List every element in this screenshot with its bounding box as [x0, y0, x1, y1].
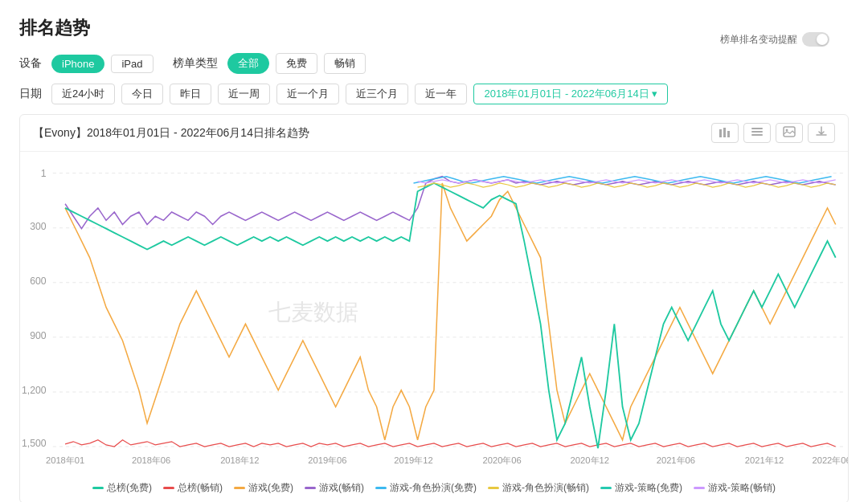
date-3months[interactable]: 近三个月 — [346, 84, 408, 104]
legend-item: 游戏(畅销) — [305, 481, 364, 495]
svg-text:2021年06: 2021年06 — [657, 455, 695, 465]
toggle-switch[interactable] — [802, 32, 829, 47]
legend-label: 游戏-角色扮演(畅销) — [502, 481, 589, 495]
svg-text:2020年06: 2020年06 — [482, 455, 521, 465]
svg-rect-4 — [751, 131, 763, 133]
legend-label: 游戏(免费) — [248, 481, 293, 495]
device-row: 设备 iPhone iPad 榜单类型 全部 免费 畅销 — [19, 53, 849, 74]
legend-item: 游戏-策略(畅销) — [694, 481, 776, 495]
svg-rect-2 — [727, 131, 730, 137]
svg-text:1,200: 1,200 — [22, 385, 47, 396]
svg-text:2018年06: 2018年06 — [132, 455, 170, 465]
legend-item: 游戏-角色扮演(畅销) — [488, 481, 589, 495]
date-yesterday[interactable]: 昨日 — [170, 84, 211, 104]
date-year[interactable]: 近一年 — [415, 84, 467, 104]
svg-point-7 — [786, 129, 788, 132]
legend-item: 游戏-角色扮演(免费) — [375, 481, 477, 495]
svg-rect-3 — [751, 128, 763, 129]
svg-rect-1 — [723, 128, 726, 137]
device-iphone[interactable]: iPhone — [51, 55, 104, 73]
legend-item: 总榜(免费) — [92, 481, 152, 495]
date-24h[interactable]: 近24小时 — [51, 84, 115, 104]
device-ipad[interactable]: iPad — [111, 55, 153, 73]
legend-label: 游戏-角色扮演(免费) — [390, 481, 477, 495]
svg-text:1: 1 — [41, 168, 47, 179]
svg-text:2022年06: 2022年06 — [812, 455, 848, 465]
svg-text:2020年12: 2020年12 — [571, 455, 609, 465]
chart-type-all[interactable]: 全部 — [227, 53, 269, 74]
chart-type-free[interactable]: 免费 — [276, 53, 317, 74]
legend-label: 游戏-策略(畅销) — [708, 481, 776, 495]
svg-text:300: 300 — [30, 221, 47, 232]
svg-text:900: 900 — [30, 330, 47, 341]
legend-color — [375, 487, 387, 489]
svg-text:2019年06: 2019年06 — [308, 455, 346, 465]
svg-rect-5 — [751, 134, 763, 136]
legend-color — [694, 487, 705, 489]
image-icon[interactable] — [776, 123, 803, 143]
date-month[interactable]: 近一个月 — [276, 84, 339, 104]
svg-text:1,500: 1,500 — [22, 438, 47, 449]
legend: 总榜(免费)总榜(畅销)游戏(免费)游戏(畅销)游戏-角色扮演(免费)游戏-角色… — [20, 473, 848, 502]
list-icon[interactable] — [743, 123, 771, 143]
toggle-label: 榜单排名变动提醒 — [720, 33, 797, 47]
date-range-picker[interactable]: 2018年01月01日 - 2022年06月14日 ▾ — [473, 84, 668, 104]
legend-item: 游戏(免费) — [234, 481, 293, 495]
device-label: 设备 — [19, 56, 42, 71]
date-today[interactable]: 今日 — [121, 84, 163, 104]
date-row: 日期 近24小时 今日 昨日 近一周 近一个月 近三个月 近一年 2018年01… — [19, 84, 849, 104]
legend-label: 游戏(畅销) — [319, 481, 364, 495]
svg-text:2018年01: 2018年01 — [46, 455, 84, 465]
chart-title: 【Evony】2018年01月01日 - 2022年06月14日排名趋势 — [33, 126, 309, 141]
legend-label: 游戏-策略(免费) — [615, 481, 682, 495]
svg-text:600: 600 — [30, 275, 47, 287]
legend-label: 总榜(免费) — [107, 481, 152, 495]
legend-color — [92, 487, 104, 489]
legend-label: 总榜(畅销) — [178, 481, 223, 495]
date-label: 日期 — [19, 87, 42, 101]
legend-color — [600, 487, 612, 489]
chart-actions — [711, 123, 835, 143]
date-week[interactable]: 近一周 — [218, 84, 270, 104]
legend-color — [163, 487, 174, 489]
svg-rect-0 — [719, 129, 722, 137]
legend-color — [488, 487, 499, 489]
chart-header: 【Evony】2018年01月01日 - 2022年06月14日排名趋势 — [20, 115, 848, 152]
toggle-knob — [817, 34, 828, 45]
legend-item: 总榜(畅销) — [163, 481, 223, 495]
chart-type-paid[interactable]: 畅销 — [324, 53, 366, 74]
download-icon[interactable] — [808, 123, 835, 143]
legend-color — [305, 487, 316, 489]
bar-chart-icon[interactable] — [711, 123, 739, 143]
chart-body: 1 300 600 900 1,200 1,500 2018年01 2018年0… — [20, 152, 848, 473]
chart-svg: 1 300 600 900 1,200 1,500 2018年01 2018年0… — [20, 158, 848, 473]
svg-text:2019年12: 2019年12 — [394, 455, 432, 465]
svg-text:2018年12: 2018年12 — [220, 455, 259, 465]
chart-type-label: 榜单类型 — [173, 56, 218, 71]
legend-color — [234, 487, 245, 489]
legend-item: 游戏-策略(免费) — [600, 481, 682, 495]
svg-text:2021年12: 2021年12 — [745, 455, 784, 465]
chart-container: 【Evony】2018年01月01日 - 2022年06月14日排名趋势 — [19, 114, 849, 502]
